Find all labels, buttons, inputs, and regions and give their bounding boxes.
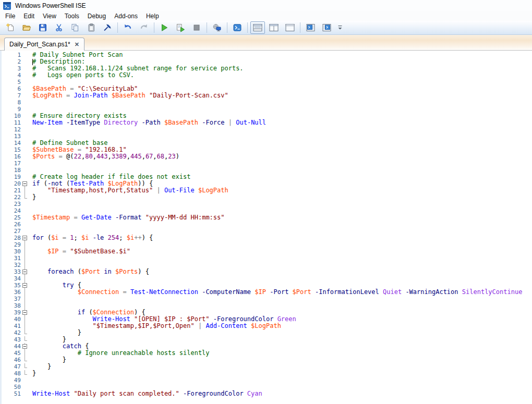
code-line[interactable]: 8: [0, 99, 532, 106]
fold-toggle[interactable]: [21, 309, 32, 316]
menu-item-edit[interactable]: Edit: [19, 12, 39, 20]
line-number: 46: [0, 357, 21, 363]
fold-margin: [21, 79, 32, 85]
line-number: 8: [0, 99, 21, 106]
run-selection-icon[interactable]: [173, 21, 188, 34]
script-pane-maximized-icon[interactable]: [283, 21, 297, 34]
code-line[interactable]: 25$Timestamp = Get-Date -Format "yyyy-MM…: [0, 214, 532, 221]
run-script-icon[interactable]: [157, 21, 172, 34]
start-powershell-icon[interactable]: [230, 21, 245, 34]
toolbar-separator: [207, 22, 207, 33]
code-line[interactable]: 46 }: [0, 357, 532, 363]
new-remote-powershell-tab-icon[interactable]: [210, 21, 224, 34]
fold-margin: [21, 85, 32, 92]
code-line[interactable]: 17: [0, 160, 532, 167]
window-title: Windows PowerShell ISE: [15, 2, 86, 9]
line-number: 36: [0, 289, 21, 296]
fold-margin: [21, 262, 32, 268]
fold-collapse-icon[interactable]: [22, 310, 27, 315]
code-line[interactable]: 45 # Ignore unreachable hosts silently: [0, 350, 532, 357]
line-number: 3: [0, 65, 21, 72]
script-pane-top-icon[interactable]: [250, 21, 265, 34]
toolbar-overflow-icon[interactable]: [336, 21, 344, 34]
code-line[interactable]: 42 }: [0, 329, 532, 336]
code-line[interactable]: 23: [0, 201, 532, 207]
menu-item-view[interactable]: View: [39, 12, 61, 20]
fold-margin: [21, 363, 32, 370]
fold-margin: [21, 99, 32, 106]
code-line[interactable]: 49: [0, 377, 532, 384]
fold-margin: [21, 350, 32, 357]
fold-collapse-icon[interactable]: [22, 181, 27, 186]
code-line[interactable]: 33 foreach ($Port in $Ports) {: [0, 268, 532, 275]
menu-item-file[interactable]: File: [1, 12, 19, 20]
fold-toggle[interactable]: [21, 343, 32, 350]
line-number: 11: [0, 119, 21, 126]
line-number: 2: [0, 58, 21, 65]
fold-toggle[interactable]: [21, 282, 32, 289]
cut-icon[interactable]: [52, 21, 66, 34]
new-script-icon[interactable]: [3, 21, 18, 34]
fold-margin: [21, 65, 32, 72]
show-script-pane-right-icon[interactable]: [319, 21, 334, 34]
line-number: 14: [0, 140, 21, 146]
code-line[interactable]: 16$Ports = @(22,80,443,3389,445,67,68,23…: [0, 153, 532, 160]
code-line[interactable]: 47 }: [0, 363, 532, 370]
code-line[interactable]: 4# Logs open ports to CSV.: [0, 72, 532, 79]
toolbar-separator: [227, 22, 227, 33]
tab-daily-port-scan[interactable]: Daily_Port_Scan.ps1* ✕: [4, 38, 84, 51]
menu-item-addons[interactable]: Add-ons: [110, 12, 142, 20]
code-area[interactable]: 1# Daily Subnet Port Scan2# Description:…: [0, 52, 532, 397]
line-number: 31: [0, 255, 21, 262]
code-line[interactable]: 22}: [0, 194, 532, 201]
script-pane-right-icon[interactable]: [267, 21, 281, 34]
code-text: # Logs open ports to CSV.: [32, 72, 134, 79]
save-icon[interactable]: [35, 21, 50, 34]
fold-toggle[interactable]: [21, 268, 32, 275]
copy-icon[interactable]: [68, 21, 82, 34]
tab-close-icon[interactable]: ✕: [75, 42, 79, 47]
undo-icon[interactable]: [120, 21, 135, 34]
paste-icon[interactable]: [84, 21, 99, 34]
code-line[interactable]: 30 $IP = "$SubnetBase.$i": [0, 248, 532, 255]
fold-margin: [21, 153, 32, 160]
line-number: 30: [0, 248, 21, 255]
menu-item-tools[interactable]: Tools: [61, 12, 83, 20]
fold-margin: [21, 241, 32, 248]
code-line[interactable]: 48}: [0, 370, 532, 377]
fold-toggle[interactable]: [21, 235, 32, 241]
menu-item-debug[interactable]: Debug: [83, 12, 110, 20]
line-number: 12: [0, 126, 21, 133]
menu-item-help[interactable]: Help: [142, 12, 163, 20]
show-script-pane-top-icon[interactable]: [303, 21, 318, 34]
fold-collapse-icon[interactable]: [22, 270, 27, 274]
fold-margin: [21, 323, 32, 329]
code-line[interactable]: 51Write-Host "Daily port scan completed.…: [0, 390, 532, 397]
fold-collapse-icon[interactable]: [22, 236, 27, 240]
stop-icon[interactable]: [189, 21, 204, 34]
code-line[interactable]: 7$LogPath = Join-Path $BasePath "Daily-P…: [0, 92, 532, 99]
code-line[interactable]: 31: [0, 255, 532, 262]
code-line[interactable]: 21 "Timestamp,host,Port,Status" | Out-Fi…: [0, 187, 532, 194]
fold-margin: [21, 58, 32, 65]
clear-console-icon[interactable]: [100, 21, 115, 34]
code-line[interactable]: 36 $Connection = Test-NetConnection -Com…: [0, 289, 532, 296]
fold-collapse-icon[interactable]: [22, 283, 27, 288]
script-editor[interactable]: 1# Daily Subnet Port Scan2# Description:…: [0, 51, 532, 404]
code-text: for ($i = 1; $i -le 254; $i++) {: [32, 235, 153, 241]
menu-bar: FileEditViewToolsDebugAdd-onsHelp: [0, 11, 532, 21]
code-line[interactable]: 11New-Item -ItemType Directory -Path $Ba…: [0, 119, 532, 126]
code-line[interactable]: 12: [0, 126, 532, 133]
open-script-icon[interactable]: [19, 21, 34, 34]
fold-collapse-icon[interactable]: [22, 344, 27, 349]
code-line[interactable]: 28for ($i = 1; $i -le 254; $i++) {: [0, 235, 532, 241]
line-number: 24: [0, 207, 21, 214]
fold-margin: [21, 228, 32, 235]
code-text: $IP = "$SubnetBase.$i": [32, 248, 130, 255]
fold-toggle[interactable]: [21, 180, 32, 187]
line-number: 4: [0, 72, 21, 79]
code-line[interactable]: 37: [0, 296, 532, 302]
fold-margin: [21, 194, 32, 201]
redo-icon[interactable]: [137, 21, 151, 34]
code-line[interactable]: 26: [0, 221, 532, 228]
